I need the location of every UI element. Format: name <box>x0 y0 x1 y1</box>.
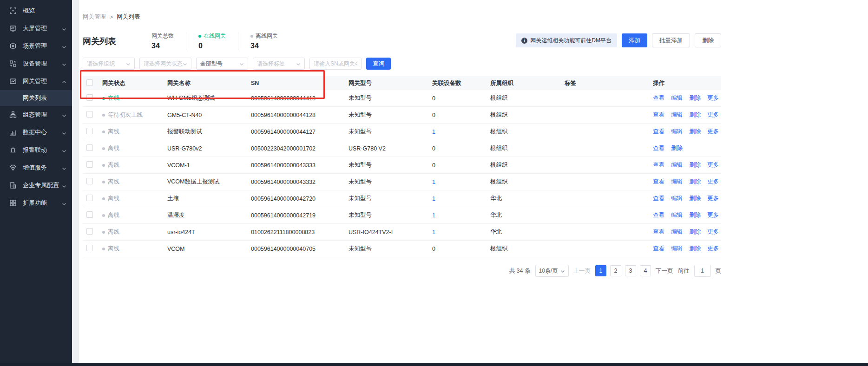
page-size-select[interactable]: 10条/页 <box>535 265 569 277</box>
tag-select[interactable]: 请选择标签 <box>253 58 305 70</box>
prev-page-button[interactable]: 上一页 <box>573 267 591 275</box>
col-sn: SN <box>251 80 349 86</box>
gateway-model: 未知型号 <box>349 178 432 186</box>
row-action-link[interactable]: 删除 <box>689 111 701 119</box>
row-checkbox[interactable] <box>86 245 93 251</box>
row-checkbox[interactable] <box>86 211 93 218</box>
select-all-checkbox[interactable] <box>86 79 93 86</box>
row-action-link[interactable]: 查看 <box>653 178 664 186</box>
row-checkbox[interactable] <box>86 111 93 118</box>
page-number-button[interactable]: 1 <box>595 265 606 276</box>
org-select[interactable]: 请选择组织 <box>83 58 135 70</box>
row-action-link[interactable]: 删除 <box>689 178 701 186</box>
add-button[interactable]: 添加 <box>622 33 647 47</box>
status-text: 离线 <box>108 245 119 253</box>
table-row: 等待初次上线GM5-CT-N4000059614000000044128未知型号… <box>83 107 721 124</box>
batch-add-button[interactable]: 批量添加 <box>652 33 690 47</box>
sidebar-item-value-added[interactable]: 增值服务 <box>0 159 72 176</box>
sidebar-item-enterprise-config[interactable]: 企业专属配置 <box>0 176 72 194</box>
sidebar-item-scene[interactable]: 场景管理 <box>0 37 72 55</box>
bottom-bar <box>0 363 868 366</box>
row-action-link[interactable]: 删除 <box>689 161 701 169</box>
next-page-button[interactable]: 下一页 <box>656 267 673 275</box>
device-count-link[interactable]: 1 <box>432 196 435 202</box>
row-action-link[interactable]: 更多 <box>707 228 719 236</box>
sidebar-item-topology[interactable]: 组态管理 <box>0 106 72 124</box>
row-action-link[interactable]: 查看 <box>653 211 664 219</box>
row-action-link[interactable]: 更多 <box>707 128 719 136</box>
device-count: 0 <box>432 112 435 118</box>
row-action-link[interactable]: 编辑 <box>671 161 683 169</box>
gateway-status-select[interactable]: 请选择网关状态 <box>139 58 191 70</box>
row-action-link[interactable]: 删除 <box>689 94 701 102</box>
row-checkbox[interactable] <box>86 228 93 235</box>
row-action-link[interactable]: 编辑 <box>671 178 683 186</box>
row-action-link[interactable]: 更多 <box>707 195 719 203</box>
row-checkbox[interactable] <box>86 161 93 168</box>
row-checkbox[interactable] <box>86 94 93 101</box>
row-action-link[interactable]: 查看 <box>653 94 664 102</box>
page-number-button[interactable]: 2 <box>610 265 621 276</box>
sidebar-item-gateway[interactable]: 网关管理 <box>0 72 72 90</box>
row-action-link[interactable]: 编辑 <box>671 94 683 102</box>
breadcrumb-parent[interactable]: 网关管理 <box>83 13 106 21</box>
row-action-link[interactable]: 查看 <box>653 195 664 203</box>
delete-button[interactable]: 删除 <box>695 33 721 47</box>
row-action-link[interactable]: 删除 <box>671 144 683 152</box>
row-checkbox[interactable] <box>86 178 93 184</box>
row-action-link[interactable]: 更多 <box>707 94 719 102</box>
sidebar-item-alarm[interactable]: 报警联动 <box>0 141 72 159</box>
sidebar-item-overview[interactable]: 概览 <box>0 2 72 20</box>
row-action-link[interactable]: 删除 <box>689 245 701 253</box>
row-action-link[interactable]: 查看 <box>653 128 664 136</box>
status-dot-icon <box>102 164 105 167</box>
row-action-link[interactable]: 查看 <box>653 161 664 169</box>
row-action-link[interactable]: 删除 <box>689 195 701 203</box>
page-number-button[interactable]: 4 <box>640 265 651 276</box>
stat-total: 网关总数 34 <box>139 32 186 50</box>
row-action-link[interactable]: 更多 <box>707 161 719 169</box>
sidebar-item-extension[interactable]: 扩展功能 <box>0 194 72 212</box>
row-action-link[interactable]: 编辑 <box>671 128 683 136</box>
row-action-link[interactable]: 编辑 <box>671 228 683 236</box>
overview-icon <box>9 7 17 14</box>
sidebar-item-device[interactable]: 设备管理 <box>0 55 72 72</box>
status-dot-icon <box>102 97 105 100</box>
row-action-link[interactable]: 查看 <box>653 144 664 152</box>
device-count-link[interactable]: 1 <box>432 129 435 135</box>
row-action-link[interactable]: 编辑 <box>671 245 683 253</box>
value-added-icon <box>9 164 17 171</box>
row-action-link[interactable]: 更多 <box>707 245 719 253</box>
row-actions: 查看编辑删除更多 <box>653 111 721 119</box>
gateway-model: USR-G780 V2 <box>349 145 432 152</box>
row-action-link[interactable]: 更多 <box>707 111 719 119</box>
row-action-link[interactable]: 编辑 <box>671 195 683 203</box>
sidebar-subitem-gateway-list[interactable]: 网关列表 <box>0 90 72 106</box>
status-text: 离线 <box>108 178 119 186</box>
query-button[interactable]: 查询 <box>366 58 391 70</box>
device-count-link[interactable]: 1 <box>432 212 435 219</box>
page-jump-input[interactable] <box>694 265 711 277</box>
row-actions: 查看编辑删除更多 <box>653 228 721 236</box>
device-count-link[interactable]: 1 <box>432 179 435 185</box>
row-action-link[interactable]: 编辑 <box>671 111 683 119</box>
row-checkbox[interactable] <box>86 144 93 151</box>
row-checkbox[interactable] <box>86 195 93 201</box>
sidebar-item-big-screen[interactable]: 大屏管理 <box>0 20 72 37</box>
row-checkbox[interactable] <box>86 128 93 134</box>
row-action-link[interactable]: 更多 <box>707 178 719 186</box>
sn-search-input[interactable] <box>309 58 362 70</box>
row-action-link[interactable]: 更多 <box>707 211 719 219</box>
model-select[interactable]: 全部型号 <box>196 58 248 70</box>
sidebar-item-data-center[interactable]: 数据中心 <box>0 124 72 141</box>
row-action-link[interactable]: 删除 <box>689 228 701 236</box>
col-actions: 操作 <box>653 79 721 87</box>
row-action-link[interactable]: 编辑 <box>671 211 683 219</box>
row-action-link[interactable]: 删除 <box>689 211 701 219</box>
row-action-link[interactable]: 查看 <box>653 111 664 119</box>
page-number-button[interactable]: 3 <box>625 265 636 276</box>
device-count-link[interactable]: 1 <box>432 229 435 235</box>
row-action-link[interactable]: 查看 <box>653 245 664 253</box>
row-action-link[interactable]: 查看 <box>653 228 664 236</box>
row-action-link[interactable]: 删除 <box>689 128 701 136</box>
